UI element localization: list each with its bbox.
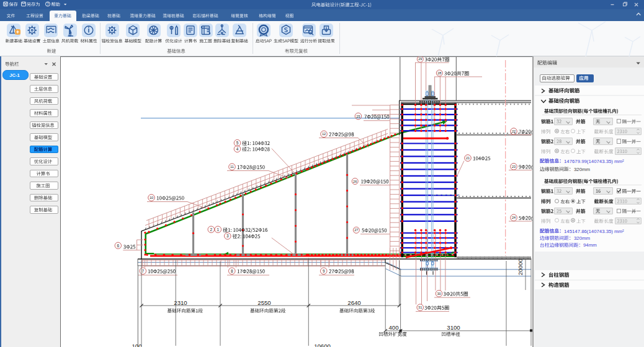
svg-text:320mm: 320mm	[574, 167, 590, 172]
svg-text:147679.99(140743.35) mm²: 147679.99(140743.35) mm²	[564, 159, 624, 164]
svg-text:JC-1: JC-1	[9, 72, 19, 78]
svg-text:145147.86(140743.35) mm²: 145147.86(140743.35) mm²	[564, 229, 624, 234]
svg-text:94mm: 94mm	[583, 242, 597, 248]
svg-text:320mm: 320mm	[574, 235, 590, 241]
svg-text:?: ?	[47, 2, 49, 6]
